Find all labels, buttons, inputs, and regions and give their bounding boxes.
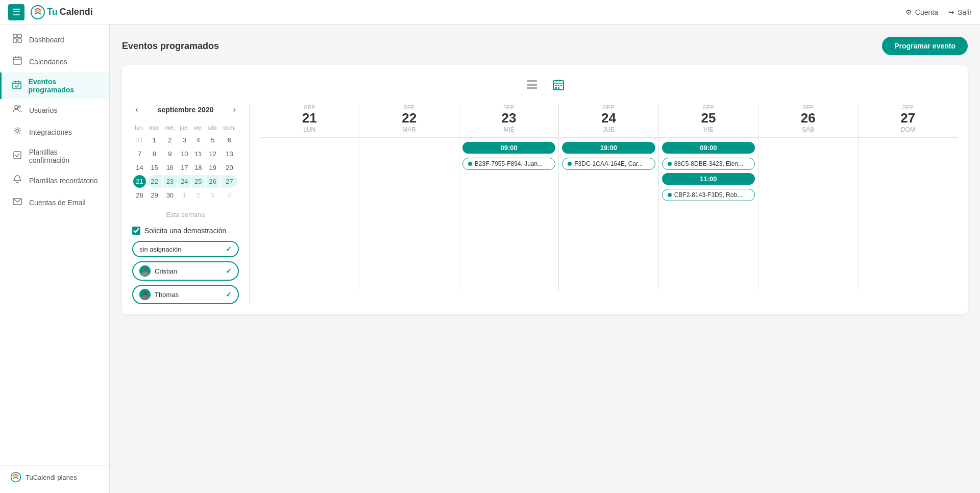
mini-cal-day[interactable]: 26 xyxy=(206,175,220,188)
eventos-label: Eventos programados xyxy=(29,78,99,94)
svg-point-15 xyxy=(16,129,19,132)
mini-cal-day[interactable]: 20 xyxy=(221,161,238,174)
calendar-view-icon xyxy=(553,79,564,90)
week-day-num-label: 22 xyxy=(359,110,458,126)
calendar-body: ‹ septiembre 2020 › lun. mar. mié. jue. … xyxy=(132,104,958,304)
option-left-cristian: Cristian xyxy=(139,265,177,277)
sidebar-item-calendarios[interactable]: Calendarios xyxy=(0,51,109,72)
mini-cal-day[interactable]: 24 xyxy=(178,175,191,188)
event-dot xyxy=(468,162,472,166)
plantillas-confirmacion-label: Plantillas confirmación xyxy=(29,148,99,164)
event-entry[interactable]: F3DC-1CAA-164E, Car... xyxy=(562,158,655,170)
sidebar-item-plantillas-recordatorio[interactable]: Plantillas recordatorio xyxy=(0,169,109,191)
mini-cal-day[interactable]: 5 xyxy=(206,134,220,146)
account-button[interactable]: ⚙ Cuenta xyxy=(905,8,938,16)
next-month-button[interactable]: › xyxy=(230,104,239,115)
mini-cal-day[interactable]: 14 xyxy=(133,161,146,174)
filter-option-cristian[interactable]: Cristian ✓ xyxy=(132,261,239,281)
mini-cal-day[interactable]: 3 xyxy=(206,189,220,202)
mini-cal-day[interactable]: 27 xyxy=(221,175,238,188)
svg-rect-27 xyxy=(555,85,557,86)
layout: Dashboard Calendarios Eventos programado… xyxy=(0,24,980,493)
sidebar-item-eventos[interactable]: Eventos programados xyxy=(0,72,109,99)
signout-button[interactable]: ↪ Salir xyxy=(948,8,972,16)
filter-option-sin-asignacion[interactable]: sin asignación ✓ xyxy=(132,241,239,257)
hamburger-button[interactable]: ☰ xyxy=(8,4,24,20)
plantillas-recordatorio-label: Plantillas recordatorio xyxy=(29,177,98,185)
main-content: Eventos programados Programar evento xyxy=(110,24,980,493)
mini-cal-day[interactable]: 1 xyxy=(147,134,162,146)
event-entry-text: F3DC-1CAA-164E, Car... xyxy=(574,160,643,167)
sidebar-item-dashboard[interactable]: Dashboard xyxy=(0,29,109,51)
mini-cal-day[interactable]: 19 xyxy=(206,161,220,174)
prev-month-button[interactable]: ‹ xyxy=(132,104,141,115)
filter-section: Solicita una demostración sin asignación… xyxy=(132,227,239,304)
mini-cal-day[interactable]: 22 xyxy=(147,175,162,188)
svg-rect-21 xyxy=(527,84,537,86)
mini-cal-day[interactable]: 29 xyxy=(147,189,162,202)
integraciones-label: Integraciones xyxy=(29,128,72,136)
event-time-pill[interactable]: 09:00 xyxy=(462,142,555,154)
mini-cal-day[interactable]: 25 xyxy=(192,175,205,188)
mini-cal-day[interactable]: 9 xyxy=(163,147,177,160)
topbar: ☰ TuCalendi ⚙ Cuenta ↪ Salir xyxy=(0,0,980,24)
sidebar-item-cuentas-email[interactable]: Cuentas de Email xyxy=(0,191,109,213)
mini-cal-day[interactable]: 6 xyxy=(221,134,238,146)
svg-rect-5 xyxy=(13,57,21,64)
mini-cal-day[interactable]: 8 xyxy=(147,147,162,160)
cristian-label: Cristian xyxy=(155,267,177,275)
mini-cal-day[interactable]: 2 xyxy=(163,134,177,146)
event-dot xyxy=(568,162,572,166)
sidebar-item-integraciones[interactable]: Integraciones xyxy=(0,121,109,143)
gear-icon: ⚙ xyxy=(905,8,912,16)
week-day-name-label: LUN xyxy=(260,126,359,133)
week-body: 09:00B23F-7955-F894, Juan...19:00F3DC-1C… xyxy=(260,137,958,290)
event-entry[interactable]: B23F-7955-F894, Juan... xyxy=(462,158,555,170)
mini-cal-day[interactable]: 13 xyxy=(221,147,238,160)
list-view-button[interactable] xyxy=(523,76,541,94)
dashboard-icon xyxy=(12,34,23,45)
mini-cal-day[interactable]: 17 xyxy=(178,161,191,174)
programar-evento-button[interactable]: Programar evento xyxy=(882,37,968,55)
mini-cal-day[interactable]: 1 xyxy=(178,189,191,202)
sidebar-item-plantillas-confirmacion[interactable]: Plantillas confirmación xyxy=(0,143,109,169)
mini-calendar-grid: lun. mar. mié. jue. vie. sáb. dom. 31123… xyxy=(132,121,239,203)
event-time-pill[interactable]: 09:00 xyxy=(662,142,755,154)
mini-cal-day[interactable]: 16 xyxy=(163,161,177,174)
mini-cal-day[interactable]: 10 xyxy=(178,147,191,160)
week-day-name-label: MAR xyxy=(359,126,458,133)
mini-cal-day[interactable]: 15 xyxy=(147,161,162,174)
event-entry[interactable]: 88C5-8DBE-3423, Elen... xyxy=(662,158,755,170)
mini-cal-day[interactable]: 23 xyxy=(163,175,177,188)
day-header-jue: jue. xyxy=(178,122,191,133)
mini-cal-day[interactable]: 3 xyxy=(178,134,191,146)
calendar-view-button[interactable] xyxy=(549,76,568,94)
mini-cal-day[interactable]: 4 xyxy=(192,134,205,146)
mini-cal-day[interactable]: 11 xyxy=(192,147,205,160)
account-label: Cuenta xyxy=(915,8,938,16)
event-time-pill[interactable]: 19:00 xyxy=(562,142,655,154)
mini-cal-day[interactable]: 31 xyxy=(133,134,146,146)
svg-rect-4 xyxy=(18,39,21,42)
mini-cal-day[interactable]: 30 xyxy=(163,189,177,202)
option-left-thomas: Thomas xyxy=(139,289,179,300)
filter-checkbox[interactable] xyxy=(132,227,140,235)
mini-cal-day[interactable]: 18 xyxy=(192,161,205,174)
mini-cal-day[interactable]: 7 xyxy=(133,147,146,160)
mini-cal-day[interactable]: 4 xyxy=(221,189,238,202)
mini-cal-day[interactable]: 2 xyxy=(192,189,205,202)
sidebar-item-usuarios[interactable]: Usuarios xyxy=(0,99,109,121)
sidebar-bottom-planes[interactable]: TuCalendi planes xyxy=(0,465,109,489)
week-day-month-label: sep xyxy=(559,104,658,110)
event-time-pill[interactable]: 11:00 xyxy=(662,173,755,185)
svg-rect-16 xyxy=(14,152,21,159)
event-entry[interactable]: CBF2-8143-F3D5, Rob... xyxy=(662,189,755,201)
topbar-left: ☰ TuCalendi xyxy=(8,4,93,20)
filter-checkbox-label[interactable]: Solicita una demostración xyxy=(144,227,226,235)
mini-cal-day[interactable]: 21 xyxy=(133,175,146,188)
mini-cal-day[interactable]: 28 xyxy=(133,189,146,202)
filter-option-thomas[interactable]: Thomas ✓ xyxy=(132,285,239,304)
mini-cal-day[interactable]: 12 xyxy=(206,147,220,160)
cristian-check-icon: ✓ xyxy=(226,267,232,275)
svg-rect-9 xyxy=(13,82,21,89)
